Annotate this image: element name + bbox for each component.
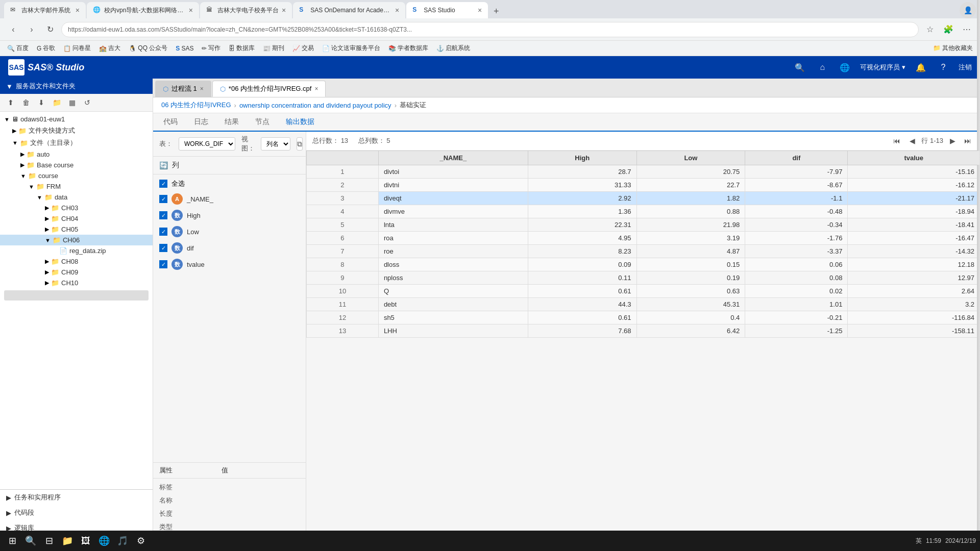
delete-btn[interactable]: 🗑	[19, 96, 33, 109]
edge-btn[interactable]: 🌐	[96, 533, 112, 549]
table-row[interactable]: 8dloss0.090.150.0612.18	[307, 258, 980, 271]
tree-base-course[interactable]: ▶ 📁 Base course	[0, 160, 153, 170]
tab-file1-close[interactable]: ×	[314, 85, 318, 92]
tree-ch03[interactable]: ▶ 📁 CH03	[0, 203, 153, 213]
download-btn[interactable]: ⬇	[35, 96, 48, 109]
new-tab-button[interactable]: +	[489, 4, 503, 18]
tab-sasstudio[interactable]: S SAS Studio ×	[406, 2, 488, 18]
column-name[interactable]: ✓ A _NAME_	[153, 191, 306, 207]
tree-data[interactable]: ▼ 📁 data	[0, 192, 153, 203]
breadcrumb-link2[interactable]: ownership concentration and dividend pay…	[239, 102, 391, 109]
bookmark-jlu[interactable]: 🏫吉大	[96, 43, 124, 54]
tab-file1[interactable]: ⬡ *06 内生性介绍与IVREG.cpf ×	[212, 81, 326, 97]
tab-mail[interactable]: ✉ 吉林大学邮件系统 ×	[4, 2, 86, 18]
tree-frm[interactable]: ▼ 📁 FRM	[0, 181, 153, 192]
bookmark-star[interactable]: ☆	[923, 22, 937, 37]
column-low[interactable]: ✓ 数 Low	[153, 223, 306, 240]
table-select[interactable]: WORK.G_DIF	[179, 137, 235, 151]
code-section[interactable]: ▶ 代码段	[0, 505, 153, 520]
tree-regdata[interactable]: ▶ 📄 reg_data.zip	[0, 245, 153, 256]
table-row[interactable]: 10Q0.610.630.022.64	[307, 285, 980, 298]
settings-taskbar-btn[interactable]: ⚙	[133, 533, 149, 549]
bookmark-write[interactable]: ✏写作	[199, 43, 224, 54]
col-tvalue-checkbox[interactable]: ✓	[159, 260, 167, 268]
col-dif-checkbox[interactable]: ✓	[159, 244, 167, 252]
table-row[interactable]: 13LHH7.686.42-1.25-158.11	[307, 324, 980, 338]
tree-shortcuts[interactable]: ▶ 📁 文件夹快捷方式	[0, 124, 153, 137]
bookmark-sas[interactable]: SSAS	[173, 44, 197, 53]
first-page-btn[interactable]: ⏮	[891, 135, 903, 147]
bookmark-qihang[interactable]: ⚓启航系统	[433, 43, 473, 54]
tree-course[interactable]: ▼ 📁 course	[0, 170, 153, 181]
forward-button[interactable]: ›	[24, 22, 39, 37]
sub-tab-code[interactable]: 代码	[161, 113, 180, 132]
file-explorer-btn[interactable]: 📁	[59, 533, 76, 549]
tree-ch06[interactable]: ▼ 📁 CH06	[0, 235, 153, 245]
next-page-btn[interactable]: ▶	[946, 135, 959, 147]
start-button[interactable]: ⊞	[4, 533, 20, 549]
table-row[interactable]: 5lnta22.3121.98-0.34-18.41	[307, 218, 980, 232]
sub-tab-log[interactable]: 日志	[192, 113, 210, 132]
table-row[interactable]: 1divtoi28.720.75-7.97-15.16	[307, 165, 980, 179]
table-row[interactable]: 3diveqt2.921.82-1.1-21.17	[307, 192, 980, 205]
taskview-btn[interactable]: ⊟	[41, 533, 57, 549]
logout-btn[interactable]: 注销	[959, 63, 972, 72]
column-dif[interactable]: ✓ 数 dif	[153, 240, 306, 256]
address-bar[interactable]: https://odamid-euw1.oda.sas.com/SASStudi…	[61, 22, 919, 37]
table-row[interactable]: 11debt44.345.311.013.2	[307, 298, 980, 311]
search-taskbar-btn[interactable]: 🔍	[22, 533, 39, 549]
sub-tab-results[interactable]: 结果	[223, 113, 241, 132]
music-btn[interactable]: 🎵	[114, 533, 131, 549]
tree-home[interactable]: ▼ 📁 文件（主目录）	[0, 137, 153, 149]
last-page-btn[interactable]: ⏭	[962, 135, 974, 147]
bookmark-trade[interactable]: 📈交易	[289, 43, 317, 54]
refresh-button[interactable]: ↻	[43, 22, 57, 37]
upload-btn[interactable]: ⬆	[4, 96, 17, 109]
tab-ecampus[interactable]: 🏛 吉林大学电子校务平台 ×	[200, 2, 292, 18]
tab-vpn-close[interactable]: ×	[189, 6, 193, 14]
tab-flow1-close[interactable]: ×	[200, 85, 204, 92]
bookmark-paper[interactable]: 📄论文送审服务平台	[319, 43, 383, 54]
help-icon[interactable]: ?	[936, 60, 950, 74]
sub-tab-output[interactable]: 输出数据	[284, 113, 316, 132]
profile-icon[interactable]: 👤	[960, 2, 976, 18]
bookmark-journal[interactable]: 📰期刊	[260, 43, 287, 54]
globe-header-icon[interactable]: 🌐	[838, 60, 852, 74]
tree-ch10[interactable]: ▶ 📁 CH10	[0, 278, 153, 288]
table-row[interactable]: 7roe8.234.87-3.37-14.32	[307, 245, 980, 258]
bookmark-survey[interactable]: 📋问卷星	[60, 43, 94, 54]
refresh-sidebar-btn[interactable]: ↺	[81, 96, 94, 109]
tasks-section[interactable]: ▶ 任务和实用程序	[0, 490, 153, 505]
column-high[interactable]: ✓ 数 High	[153, 207, 306, 223]
select-all-checkbox[interactable]: ✓	[159, 180, 167, 188]
settings-button[interactable]: ⋯	[960, 22, 974, 37]
col-high-checkbox[interactable]: ✓	[159, 211, 167, 219]
tab-sasondemand[interactable]: S SAS OnDemand for Academics ×	[293, 2, 405, 18]
extensions-button[interactable]: 🧩	[941, 22, 955, 37]
tab-flow1[interactable]: ⬡ 过程流 1 ×	[155, 81, 211, 97]
back-button[interactable]: ‹	[6, 22, 20, 37]
col-low-checkbox[interactable]: ✓	[159, 228, 167, 236]
sub-tab-node[interactable]: 节点	[253, 113, 272, 132]
tree-ch08[interactable]: ▶ 📁 CH08	[0, 256, 153, 267]
column-select-all[interactable]: ✓ 全选	[153, 177, 306, 191]
tab-ecampus-close[interactable]: ×	[282, 6, 286, 14]
table-row[interactable]: 9nploss0.110.190.0812.97	[307, 271, 980, 285]
bookmark-database[interactable]: 🗄数据库	[226, 43, 258, 54]
tab-mail-close[interactable]: ×	[76, 6, 80, 14]
notifications-icon[interactable]: 🔔	[914, 60, 928, 74]
tree-auto[interactable]: ▶ 📁 auto	[0, 149, 153, 160]
bookmark-qq[interactable]: 🐧QQ 公众号	[126, 43, 170, 54]
copy1-btn[interactable]: ⧉	[297, 137, 303, 151]
bookmark-baidu[interactable]: 🔍百度	[4, 43, 32, 54]
col-header-low[interactable]: Low	[636, 151, 745, 165]
table-row[interactable]: 4divmve1.360.88-0.48-18.94	[307, 205, 980, 218]
col-header-high[interactable]: High	[528, 151, 636, 165]
visual-programmer-btn[interactable]: 可视化程序员 ▾	[860, 63, 905, 72]
col-header-dif[interactable]: dif	[745, 151, 848, 165]
tree-ch05[interactable]: ▶ 📁 CH05	[0, 224, 153, 235]
prev-page-btn[interactable]: ◀	[906, 135, 918, 147]
column-tvalue[interactable]: ✓ 数 tvalue	[153, 256, 306, 272]
tree-server[interactable]: ▼ 🖥 odaws01-euw1	[0, 114, 153, 124]
new-folder-btn[interactable]: 📁	[50, 96, 63, 109]
